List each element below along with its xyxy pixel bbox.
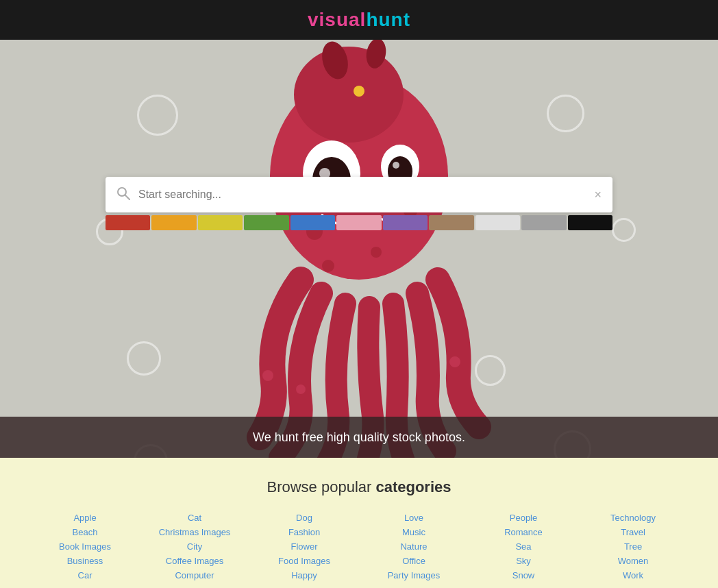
category-link-sea[interactable]: Sea [515,541,531,552]
category-link-book-images[interactable]: Book Images [59,541,111,552]
category-link-christmas-images[interactable]: Christmas Images [159,527,231,537]
categories-grid: AppleBeachBook ImagesBusinessCarCatChris… [30,513,688,580]
category-link-food-images[interactable]: Food Images [278,556,330,566]
search-icon [116,186,130,204]
category-link-party-images[interactable]: Party Images [388,570,441,580]
swatch-blue[interactable] [290,215,335,230]
category-link-work[interactable]: Work [623,570,643,580]
categories-title: Browse popular categories [27,478,691,496]
header: visualhunt [0,0,718,40]
category-link-sky[interactable]: Sky [516,556,531,566]
search-input[interactable] [138,188,594,201]
category-link-cat[interactable]: Cat [188,513,201,523]
swatch-gray[interactable] [521,215,566,230]
category-link-computer[interactable]: Computer [175,570,214,580]
category-link-flower[interactable]: Flower [290,541,317,552]
svg-point-21 [118,188,126,196]
category-link-tree[interactable]: Tree [624,541,642,552]
category-link-people[interactable]: People [510,513,537,523]
svg-point-17 [449,356,460,367]
category-link-happy[interactable]: Happy [291,570,317,580]
bg-circle-5 [547,95,584,132]
category-link-women[interactable]: Women [618,556,649,566]
swatch-red[interactable] [106,215,150,230]
category-link-music[interactable]: Music [402,527,425,537]
logo-visual-text: visual [308,9,366,30]
swatch-orange[interactable] [151,215,196,230]
category-link-business[interactable]: Business [67,556,103,566]
logo[interactable]: visualhunt [308,9,410,31]
swatch-purple[interactable] [383,215,428,230]
hero-section: × We hunt free high quality stock photos… [0,40,718,458]
svg-point-15 [262,370,273,381]
swatch-pink[interactable] [336,215,381,230]
color-swatches [106,215,612,230]
category-link-snow[interactable]: Snow [512,570,535,580]
tagline-bar: We hunt free high quality stock photos. [0,417,718,458]
svg-point-14 [322,260,334,272]
octopus-illustration [212,40,506,458]
category-link-fashion[interactable]: Fashion [288,527,320,537]
swatch-green[interactable] [244,215,288,230]
swatch-black[interactable] [568,215,612,230]
search-box: × [106,177,612,212]
category-link-office[interactable]: Office [402,556,425,566]
svg-point-20 [354,86,364,97]
category-col-0: AppleBeachBook ImagesBusinessCar [30,513,140,580]
category-link-romance[interactable]: Romance [504,527,543,537]
bg-circle-1 [137,95,178,136]
category-col-5: TechnologyTravelTreeWomenWork [578,513,688,580]
svg-point-13 [371,247,382,258]
swatch-light-gray[interactable] [475,215,520,230]
category-link-technology[interactable]: Technology [610,513,656,523]
svg-point-16 [296,384,306,394]
category-col-3: LoveMusicNatureOfficeParty Images [359,513,469,580]
tagline-text: We hunt free high quality stock photos. [253,430,465,445]
category-link-dog[interactable]: Dog [296,513,312,523]
categories-section: Browse popular categories AppleBeachBook… [0,458,718,588]
category-link-apple[interactable]: Apple [73,513,96,523]
category-col-2: DogFashionFlowerFood ImagesHappy [249,513,359,580]
category-link-travel[interactable]: Travel [621,527,645,537]
search-area: × [106,177,612,230]
svg-point-1 [294,47,404,143]
swatch-brown[interactable] [429,215,473,230]
bg-circle-6 [612,218,636,242]
search-clear-button[interactable]: × [594,188,602,202]
svg-point-7 [393,162,399,169]
swatch-yellow[interactable] [198,215,243,230]
category-link-beach[interactable]: Beach [73,527,98,537]
category-link-car[interactable]: Car [78,570,92,580]
category-col-4: PeopleRomanceSeaSkySnow [469,513,578,580]
bg-circle-3 [127,341,161,376]
category-link-city[interactable]: City [187,541,202,552]
logo-hunt-text: hunt [366,9,410,30]
category-link-nature[interactable]: Nature [400,541,427,552]
svg-line-22 [125,195,129,199]
category-link-love[interactable]: Love [404,513,423,523]
category-link-coffee-images[interactable]: Coffee Images [166,556,223,566]
category-col-1: CatChristmas ImagesCityCoffee ImagesComp… [140,513,249,580]
